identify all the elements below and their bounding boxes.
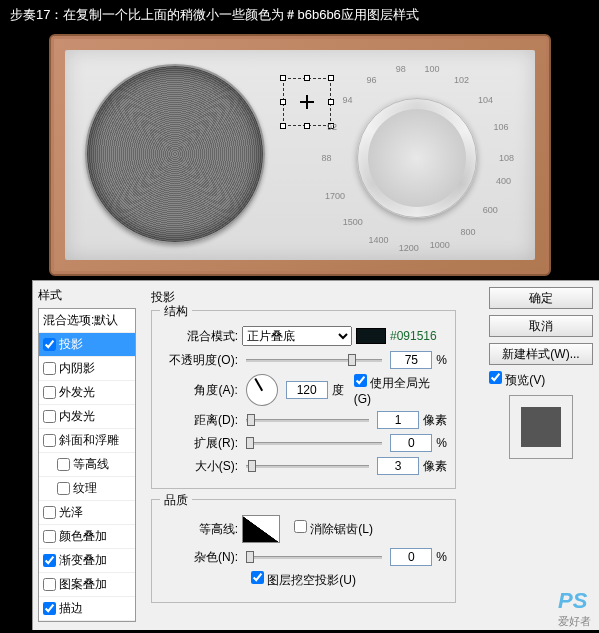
opacity-label: 不透明度(O): bbox=[160, 352, 238, 369]
knockout-checkbox[interactable]: 图层挖空投影(U) bbox=[251, 571, 356, 589]
quality-label: 品质 bbox=[160, 492, 192, 509]
radio-panel: 8892949698100102104106108400600800100012… bbox=[65, 50, 535, 260]
dial-tick: 100 bbox=[425, 64, 440, 74]
dial-tick: 108 bbox=[499, 153, 514, 163]
hex-annotation: #091516 bbox=[390, 329, 437, 343]
spread-slider[interactable] bbox=[246, 436, 382, 450]
noise-slider[interactable] bbox=[246, 550, 382, 564]
style-row-纹理[interactable]: 纹理 bbox=[39, 477, 135, 501]
spread-label: 扩展(R): bbox=[160, 435, 238, 452]
blend-mode-select[interactable]: 正片叠底 bbox=[242, 326, 352, 346]
structure-group: 结构 混合模式: 正片叠底 #091516 不透明度(O): % 角度(A): … bbox=[151, 310, 456, 489]
noise-input[interactable] bbox=[390, 548, 432, 566]
size-input[interactable] bbox=[377, 457, 419, 475]
opacity-input[interactable] bbox=[390, 351, 432, 369]
global-light-checkbox[interactable]: 使用全局光(G) bbox=[354, 374, 447, 406]
antialias-checkbox[interactable]: 消除锯齿(L) bbox=[294, 520, 373, 538]
spread-input[interactable] bbox=[390, 434, 432, 452]
style-row-内阴影[interactable]: 内阴影 bbox=[39, 357, 135, 381]
dial-tick: 88 bbox=[321, 153, 331, 163]
dial-tick: 1500 bbox=[343, 217, 363, 227]
distance-input[interactable] bbox=[377, 411, 419, 429]
style-row-图案叠加[interactable]: 图案叠加 bbox=[39, 573, 135, 597]
angle-input[interactable] bbox=[286, 381, 328, 399]
style-row-光泽[interactable]: 光泽 bbox=[39, 501, 135, 525]
dial-tick: 92 bbox=[327, 122, 337, 132]
dial-tick: 102 bbox=[454, 75, 469, 85]
style-row-等高线[interactable]: 等高线 bbox=[39, 453, 135, 477]
layer-style-dialog: 样式 混合选项:默认 投影内阴影外发光内发光斜面和浮雕等高线纹理光泽颜色叠加渐变… bbox=[32, 280, 599, 630]
new-style-button[interactable]: 新建样式(W)... bbox=[489, 343, 593, 365]
distance-slider[interactable] bbox=[246, 413, 369, 427]
ok-button[interactable]: 确定 bbox=[489, 287, 593, 309]
anchor-point-icon bbox=[300, 95, 314, 109]
preview-checkbox[interactable]: 预览(V) bbox=[489, 371, 593, 389]
distance-label: 距离(D): bbox=[160, 412, 238, 429]
dial-tick: 1700 bbox=[325, 191, 345, 201]
contour-label: 等高线: bbox=[160, 521, 238, 538]
angle-label: 角度(A): bbox=[160, 382, 238, 399]
cancel-button[interactable]: 取消 bbox=[489, 315, 593, 337]
panel-title: 投影 bbox=[151, 289, 456, 306]
structure-label: 结构 bbox=[160, 303, 192, 320]
opacity-slider[interactable] bbox=[246, 353, 382, 367]
style-row-投影[interactable]: 投影 bbox=[39, 333, 135, 357]
shadow-color-swatch[interactable] bbox=[356, 328, 386, 344]
blend-options-row[interactable]: 混合选项:默认 bbox=[39, 309, 135, 333]
dial-tick: 800 bbox=[461, 227, 476, 237]
speaker-grille bbox=[85, 64, 265, 244]
step-caption: 步奏17：在复制一个比上面的稍微小一些颜色为＃b6b6b6应用图层样式 bbox=[0, 0, 599, 30]
style-row-渐变叠加[interactable]: 渐变叠加 bbox=[39, 549, 135, 573]
size-slider[interactable] bbox=[246, 459, 369, 473]
style-row-斜面和浮雕[interactable]: 斜面和浮雕 bbox=[39, 429, 135, 453]
dial-tick: 96 bbox=[366, 75, 376, 85]
style-row-描边[interactable]: 描边 bbox=[39, 597, 135, 621]
size-label: 大小(S): bbox=[160, 458, 238, 475]
knob bbox=[357, 98, 477, 218]
blend-mode-label: 混合模式: bbox=[160, 328, 238, 345]
dial-tick: 104 bbox=[478, 95, 493, 105]
dial-tick: 1400 bbox=[368, 235, 388, 245]
contour-picker[interactable] bbox=[242, 515, 280, 543]
style-row-内发光[interactable]: 内发光 bbox=[39, 405, 135, 429]
dial-tick: 1000 bbox=[430, 240, 450, 250]
style-row-颜色叠加[interactable]: 颜色叠加 bbox=[39, 525, 135, 549]
quality-group: 品质 等高线: 消除锯齿(L) 杂色(N): % 图层挖空投影(U) bbox=[151, 499, 456, 603]
noise-label: 杂色(N): bbox=[160, 549, 238, 566]
dial-tick: 94 bbox=[343, 95, 353, 105]
styles-list: 混合选项:默认 投影内阴影外发光内发光斜面和浮雕等高线纹理光泽颜色叠加渐变叠加图… bbox=[38, 308, 136, 622]
watermark: PS爱好者 bbox=[558, 588, 591, 629]
radio-mockup: 8892949698100102104106108400600800100012… bbox=[49, 34, 551, 276]
dial-tick: 400 bbox=[496, 176, 511, 186]
dial-tick: 600 bbox=[483, 205, 498, 215]
tuning-dial: 8892949698100102104106108400600800100012… bbox=[317, 58, 517, 258]
angle-dial[interactable] bbox=[246, 374, 278, 406]
styles-column-title: 样式 bbox=[38, 285, 136, 308]
dial-tick: 1200 bbox=[399, 243, 419, 253]
dial-tick: 106 bbox=[494, 122, 509, 132]
preview-swatch bbox=[509, 395, 573, 459]
dial-tick: 98 bbox=[396, 64, 406, 74]
style-row-外发光[interactable]: 外发光 bbox=[39, 381, 135, 405]
